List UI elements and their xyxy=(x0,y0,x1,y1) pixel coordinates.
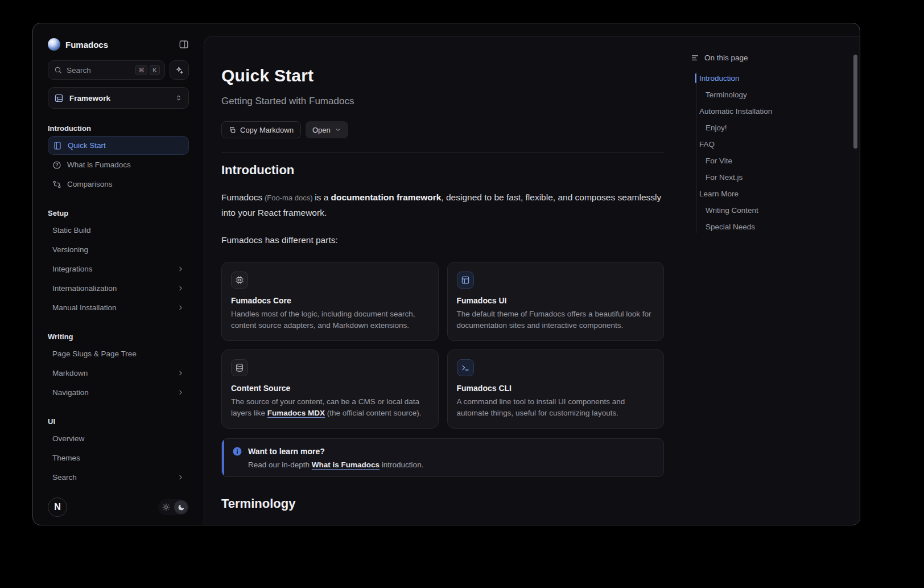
open-label: Open xyxy=(312,126,331,134)
fumadocs-logo-icon xyxy=(48,38,60,51)
toc-item-for-vite[interactable]: For Vite xyxy=(691,153,850,169)
sidebar-item-what-is-fumadocs[interactable]: What is Fumadocs xyxy=(48,155,189,174)
text: introduction. xyxy=(380,460,423,469)
card-description: Handles most of the logic, including doc… xyxy=(231,309,429,331)
app-window: Fumadocs Search ⌘ K xyxy=(32,23,860,525)
sidebar-item-search[interactable]: Search xyxy=(48,468,189,487)
scrollbar-thumb[interactable] xyxy=(853,55,857,149)
card-title: Content Source xyxy=(231,384,429,393)
database-icon xyxy=(231,359,248,376)
sidebar-item-quick-start[interactable]: Quick Start xyxy=(48,136,189,155)
ai-search-button[interactable] xyxy=(170,60,189,80)
copy-icon xyxy=(229,126,236,134)
sidebar-item-markdown[interactable]: Markdown xyxy=(48,364,189,383)
toc-item-enjoy[interactable]: Enjoy! xyxy=(691,120,850,136)
card-title: Fumadocs UI xyxy=(457,296,655,305)
sidebar-footer: N xyxy=(48,497,189,517)
sidebar-item-label: Themes xyxy=(52,454,80,462)
toc-item-special-needs[interactable]: Special Needs xyxy=(691,219,850,235)
toc-list-icon xyxy=(691,54,699,62)
sidebar-item-label: Markdown xyxy=(52,369,88,377)
help-circle-icon xyxy=(52,161,61,170)
sidebar-item-label: Static Build xyxy=(52,226,91,235)
article: Quick Start Getting Started with Fumadoc… xyxy=(221,66,664,525)
fumadocs-mdx-link[interactable]: Fumadocs MDX xyxy=(267,409,325,417)
sidebar-item-label: Integrations xyxy=(52,265,93,273)
kbd-k: K xyxy=(150,65,160,75)
toc-item-for-nextjs[interactable]: For Next.js xyxy=(691,169,850,186)
sparkles-icon xyxy=(175,65,184,75)
text: Fumadocs xyxy=(221,192,262,202)
card-content-source[interactable]: Content Source The source of your conten… xyxy=(221,349,439,429)
search-input[interactable]: Search ⌘ K xyxy=(48,60,165,80)
info-callout: Want to learn more? Read our in-depth Wh… xyxy=(221,438,664,477)
sidebar-collapse-icon[interactable] xyxy=(179,39,189,50)
chevron-right-icon xyxy=(177,474,184,481)
bold-text: documentation framework xyxy=(331,192,442,202)
sidebar-item-label: Internationalization xyxy=(52,284,117,293)
page-subtitle: Getting Started with Fumadocs xyxy=(221,96,664,107)
chevron-right-icon xyxy=(177,285,184,292)
card-description: The source of your content, can be a CMS… xyxy=(231,396,429,419)
sidebar-item-themes[interactable]: Themes xyxy=(48,449,189,467)
card-title: Fumadocs Core xyxy=(231,296,429,305)
toc-item-writing-content[interactable]: Writing Content xyxy=(691,202,850,219)
sun-icon[interactable] xyxy=(159,500,173,514)
card-fumadocs-core[interactable]: Fumadocs Core Handles most of the logic,… xyxy=(221,262,439,341)
theme-toggle[interactable] xyxy=(158,499,189,515)
chevron-down-icon xyxy=(335,126,341,133)
toc-item-learn-more[interactable]: Learn More xyxy=(691,186,850,202)
card-title: Fumadocs CLI xyxy=(457,384,655,393)
book-icon xyxy=(53,141,62,150)
copy-markdown-button[interactable]: Copy Markdown xyxy=(221,121,301,138)
sidebar: Fumadocs Search ⌘ K xyxy=(33,23,204,525)
sidebar-item-comparisons[interactable]: Comparisons xyxy=(48,175,189,194)
introduction-heading: Introduction xyxy=(221,163,664,178)
page-actions: Copy Markdown Open xyxy=(221,121,664,138)
kbd-cmd: ⌘ xyxy=(135,65,147,75)
terminology-paragraph: Markdown/MDX: Markdown is a markup langu… xyxy=(221,523,664,525)
sidebar-item-integrations[interactable]: Integrations xyxy=(48,260,189,278)
toc-item-faq[interactable]: FAQ xyxy=(691,136,850,153)
callout-title: Want to learn more? xyxy=(248,447,325,456)
nextjs-avatar[interactable]: N xyxy=(48,497,67,517)
callout-body: Read our in-depth What is Fumadocs intro… xyxy=(232,460,654,469)
sidebar-item-label: What is Fumadocs xyxy=(67,161,131,169)
sidebar-item-internationalization[interactable]: Internationalization xyxy=(48,279,189,298)
sidebar-item-label: Quick Start xyxy=(68,141,106,150)
sidebar-item-manual-installation[interactable]: Manual Installation xyxy=(48,298,189,317)
card-fumadocs-cli[interactable]: Fumadocs CLI A command line tool to inst… xyxy=(447,349,665,429)
card-description: A command line tool to install UI compon… xyxy=(457,396,655,419)
chevron-right-icon xyxy=(177,389,184,396)
cards-grid: Fumadocs Core Handles most of the logic,… xyxy=(221,262,664,429)
copy-markdown-label: Copy Markdown xyxy=(240,126,294,134)
sidebar-item-label: Page Slugs & Page Tree xyxy=(52,349,137,358)
sidebar-item-label: Comparisons xyxy=(67,180,113,188)
framework-selector[interactable]: Framework xyxy=(48,87,189,109)
sidebar-group-introduction: Introduction xyxy=(48,124,189,133)
page-panel: Quick Start Getting Started with Fumadoc… xyxy=(204,36,860,525)
card-fumadocs-ui[interactable]: Fumadocs UI The default theme of Fumadoc… xyxy=(447,262,665,341)
what-is-fumadocs-link[interactable]: What is Fumadocs xyxy=(312,460,380,469)
sidebar-item-static-build[interactable]: Static Build xyxy=(48,221,189,240)
toc-item-introduction[interactable]: Introduction xyxy=(691,70,850,87)
text: (the official content source). xyxy=(325,409,421,417)
sidebar-item-label: Versioning xyxy=(52,245,88,254)
sidebar-item-versioning[interactable]: Versioning xyxy=(48,240,189,259)
compare-icon xyxy=(52,180,61,189)
open-button[interactable]: Open xyxy=(306,121,348,138)
search-icon xyxy=(54,66,62,74)
sidebar-item-label: Search xyxy=(52,473,77,482)
terminology-heading: Terminology xyxy=(221,496,664,511)
intro-paragraph: Fumadocs (Foo-ma docs) is a documentatio… xyxy=(221,190,664,220)
toc-item-automatic-installation[interactable]: Automatic Installation xyxy=(691,103,850,120)
sidebar-item-page-slugs[interactable]: Page Slugs & Page Tree xyxy=(48,344,189,363)
sidebar-item-navigation[interactable]: Navigation xyxy=(48,383,189,402)
chevron-right-icon xyxy=(177,265,184,273)
toc-item-terminology[interactable]: Terminology xyxy=(691,87,850,103)
sidebar-group-ui: UI xyxy=(48,417,189,426)
framework-selector-label: Framework xyxy=(69,94,175,102)
moon-icon[interactable] xyxy=(174,500,188,514)
parts-paragraph: Fumadocs has different parts: xyxy=(221,233,664,248)
sidebar-item-overview[interactable]: Overview xyxy=(48,429,189,448)
